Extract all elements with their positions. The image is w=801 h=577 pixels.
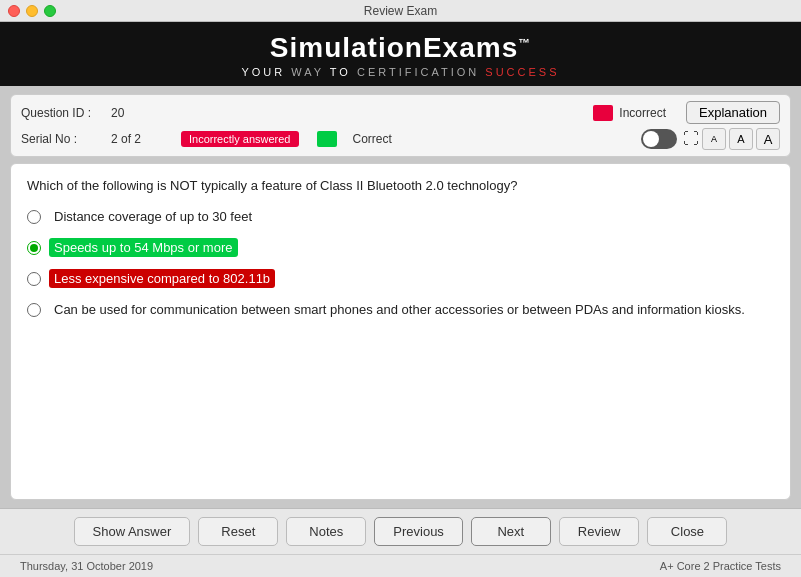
- main-area: Question ID : 20 Incorrect Explanation S…: [0, 86, 801, 508]
- font-medium-button[interactable]: A: [729, 128, 753, 150]
- green-indicator-box: [317, 131, 337, 147]
- logo-main: SimulationExams™: [270, 32, 531, 64]
- window-title: Review Exam: [364, 4, 437, 18]
- question-panel: Which of the following is NOT typically …: [10, 163, 791, 500]
- logo-sub-cert: CERTIFICATION: [357, 66, 485, 78]
- option-row-c[interactable]: Less expensive compared to 802.11b: [27, 269, 774, 288]
- option-radio-c[interactable]: [27, 272, 41, 286]
- option-label-c: Less expensive compared to 802.11b: [49, 269, 275, 288]
- option-row-a[interactable]: Distance coverage of up to 30 feet: [27, 207, 774, 226]
- close-button[interactable]: Close: [647, 517, 727, 546]
- next-button[interactable]: Next: [471, 517, 551, 546]
- serial-no-label: Serial No :: [21, 132, 101, 146]
- font-small-button[interactable]: A: [702, 128, 726, 150]
- logo-tm: ™: [518, 36, 531, 50]
- footer: Thursday, 31 October 2019 A+ Core 2 Prac…: [0, 554, 801, 577]
- footer-date: Thursday, 31 October 2019: [20, 560, 153, 572]
- correct-label: Correct: [353, 132, 392, 146]
- logo-sub-way: WAY: [291, 66, 330, 78]
- explanation-button[interactable]: Explanation: [686, 101, 780, 124]
- notes-button[interactable]: Notes: [286, 517, 366, 546]
- incorrectly-answered-badge: Incorrectly answered: [181, 131, 299, 147]
- question-id-value: 20: [111, 106, 171, 120]
- option-label-d: Can be used for communication between sm…: [49, 300, 750, 319]
- window-controls[interactable]: [8, 5, 56, 17]
- bottom-buttons: Show Answer Reset Notes Previous Next Re…: [0, 508, 801, 554]
- logo-sub: YOUR WAY TO CERTIFICATION SUCCESS: [241, 66, 559, 78]
- option-radio-a[interactable]: [27, 210, 41, 224]
- logo-text: SimulationExams: [270, 32, 518, 63]
- info-row-serial: Serial No : 2 of 2 Incorrectly answered …: [21, 128, 780, 150]
- option-radio-b[interactable]: [27, 241, 41, 255]
- option-radio-d[interactable]: [27, 303, 41, 317]
- logo-sub-your: YOUR: [241, 66, 285, 78]
- maximize-window-btn[interactable]: [44, 5, 56, 17]
- serial-no-value: 2 of 2: [111, 132, 171, 146]
- question-id-label: Question ID :: [21, 106, 101, 120]
- font-large-button[interactable]: A: [756, 128, 780, 150]
- title-bar: Review Exam: [0, 0, 801, 22]
- show-answer-button[interactable]: Show Answer: [74, 517, 191, 546]
- previous-button[interactable]: Previous: [374, 517, 463, 546]
- incorrect-label: Incorrect: [619, 106, 666, 120]
- right-controls: ⛶ A A A: [631, 128, 780, 150]
- minimize-window-btn[interactable]: [26, 5, 38, 17]
- red-indicator-box: [593, 105, 613, 121]
- option-label-b: Speeds up to 54 Mbps or more: [49, 238, 238, 257]
- option-label-a: Distance coverage of up to 30 feet: [49, 207, 257, 226]
- close-window-btn[interactable]: [8, 5, 20, 17]
- footer-product: A+ Core 2 Practice Tests: [660, 560, 781, 572]
- option-row-d[interactable]: Can be used for communication between sm…: [27, 300, 774, 319]
- option-row-b[interactable]: Speeds up to 54 Mbps or more: [27, 238, 774, 257]
- info-panel: Question ID : 20 Incorrect Explanation S…: [10, 94, 791, 157]
- logo-sub-success: SUCCESS: [485, 66, 559, 78]
- reset-button[interactable]: Reset: [198, 517, 278, 546]
- logo-bar: SimulationExams™ YOUR WAY TO CERTIFICATI…: [0, 22, 801, 86]
- incorrect-indicator: Incorrect: [593, 105, 666, 121]
- info-row-question: Question ID : 20 Incorrect Explanation: [21, 101, 780, 124]
- fullscreen-icon[interactable]: ⛶: [683, 130, 699, 148]
- toggle-switch[interactable]: [641, 129, 677, 149]
- logo-sub-to: TO: [330, 66, 351, 78]
- review-button[interactable]: Review: [559, 517, 640, 546]
- question-text: Which of the following is NOT typically …: [27, 178, 774, 193]
